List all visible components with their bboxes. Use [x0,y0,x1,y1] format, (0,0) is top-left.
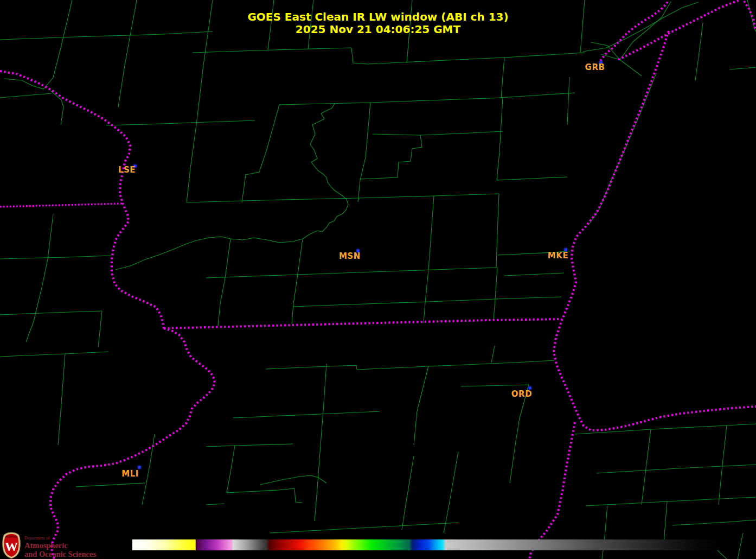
logo-text: Department of Atmospheric and Oceanic Sc… [24,536,96,558]
mississippi-river-border-upper [0,71,164,328]
image-title: GOES East Clean IR LW window (ABI ch 13)… [0,11,756,36]
uw-aos-logo: W Department of Atmospheric and Oceanic … [2,532,96,559]
city-label-GRB: GRB [585,62,605,72]
city-dot-MLI [138,466,141,469]
mississippi-river-border-lower [50,328,215,559]
logo-dept-line: Department of [24,536,96,541]
state-boundary-lines [0,1,756,559]
title-line-1: GOES East Clean IR LW window (ABI ch 13) [0,11,756,23]
il-in-border [529,422,575,559]
title-line-2: 2025 Nov 21 04:06:25 GMT [0,23,756,36]
wi-il-border [164,319,561,328]
city-label-ORD: ORD [511,389,532,399]
map-overlay [0,0,756,559]
logo-name-line1: Atmospheric [24,542,96,550]
city-label-LSE: LSE [118,165,136,175]
city-label-MKE: MKE [548,251,568,261]
city-label-MLI: MLI [121,469,139,479]
temperature-colorbar [132,539,721,550]
crest-letter: W [5,539,18,554]
county-boundary-lines [0,0,756,559]
uw-crest-icon: W [2,532,21,559]
lake-michigan-shoreline [554,31,756,430]
satellite-image-viewer: GOES East Clean IR LW window (ABI ch 13)… [0,0,756,559]
city-label-MSN: MSN [339,251,361,261]
logo-name-line2: and Oceanic Sciences [24,550,96,558]
mn-ia-border [0,204,122,207]
